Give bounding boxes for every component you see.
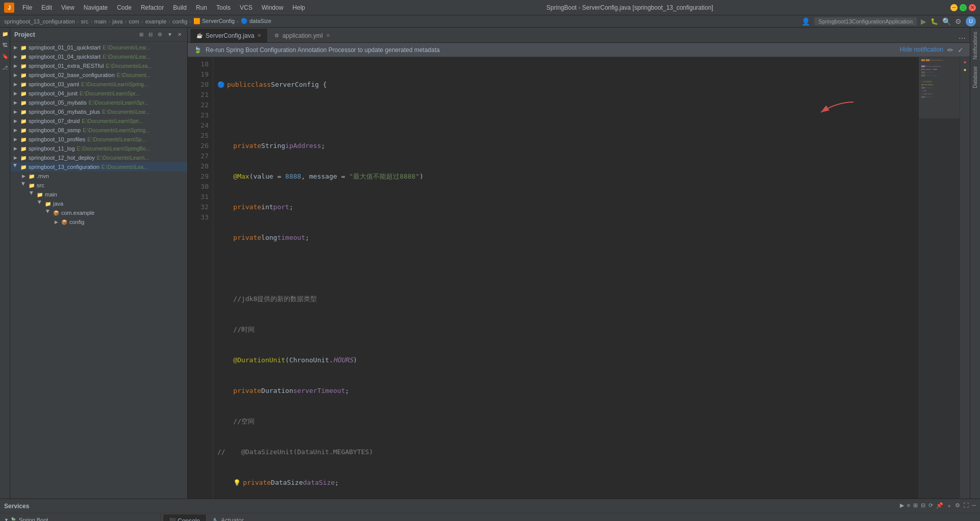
bc-run-config[interactable]: Springboot13ConfigurationApplication <box>814 17 917 26</box>
tree-item[interactable]: ▶ 📁 springboot_06_mybatis_plus E:\Docume… <box>10 107 187 116</box>
bc-src[interactable]: src <box>81 18 89 24</box>
svc-spring-boot-group[interactable]: ▼ 🍃 Spring Boot <box>0 515 160 521</box>
tree-item[interactable]: ▶ 📁 main <box>10 190 187 199</box>
minimap[interactable]: ████ ████ ServerConfig { ████ String ipA… <box>919 57 960 499</box>
services-expand-btn[interactable]: ⛶ <box>963 502 969 510</box>
editor-tabs: ☕ ServerConfig.java ✕ ⚙ application.yml … <box>188 28 970 43</box>
tree-item[interactable]: ▶ 📁 springboot_01_extra_RESTful E:\Docum… <box>10 61 187 70</box>
tree-item[interactable]: ▶ 📁 src <box>10 181 187 190</box>
project-collapse-all[interactable]: ⊟ <box>147 31 154 38</box>
bc-settings-icon[interactable]: ⚙ <box>955 17 962 26</box>
services-add-btn[interactable]: ＋ <box>946 502 952 510</box>
bookmarks-icon[interactable]: 🔖 <box>1 52 9 60</box>
menu-view[interactable]: View <box>57 3 79 12</box>
bc-project[interactable]: springboot_13_configuration <box>4 18 75 24</box>
menu-refactor[interactable]: Refactor <box>137 3 168 12</box>
tree-item[interactable]: ▶ 📁 springboot_07_druid E:\Documents\Lea… <box>10 116 187 126</box>
project-gear[interactable]: ▼ <box>166 31 174 38</box>
menu-window[interactable]: Window <box>258 3 288 12</box>
tree-item[interactable]: ▶ 📁 springboot_01_04_quickstart E:\Docum… <box>10 52 187 61</box>
tree-item[interactable]: ▶ 📁 springboot_05_mybatis E:\Documents\L… <box>10 98 187 107</box>
database-panel-label[interactable]: Database <box>972 64 978 90</box>
app-logo: J <box>4 3 14 13</box>
bc-java[interactable]: java <box>112 18 122 24</box>
right-panel-icons: Notifications Database <box>970 28 980 499</box>
notifications-panel-label[interactable]: Notifications <box>972 30 978 61</box>
menu-navigate[interactable]: Navigate <box>80 3 112 12</box>
tree-item[interactable]: ▶ 📁 springboot_02_base_configuration E:\… <box>10 70 187 80</box>
menu-build[interactable]: Build <box>169 3 191 12</box>
services-collapse-btn[interactable]: ⊟ <box>921 502 925 510</box>
menu-run[interactable]: Run <box>192 3 211 12</box>
bc-datasize[interactable]: 🔵 dataSize <box>241 18 271 24</box>
bc-main[interactable]: main <box>94 18 107 24</box>
bc-search-icon[interactable]: 🔍 <box>942 17 951 26</box>
tree-item[interactable]: ▶ 📁 springboot_03_yaml E:\Documents\Lear… <box>10 80 187 89</box>
actuator-icon: 🔧 <box>213 518 219 522</box>
menu-bar: File Edit View Navigate Code Refactor Bu… <box>18 3 309 12</box>
project-expand-all[interactable]: ⊞ <box>138 31 145 38</box>
services-pin-btn[interactable]: 📌 <box>936 502 943 510</box>
window-controls: ─ □ ✕ <box>950 4 976 11</box>
bc-user-avatar[interactable]: U <box>966 16 976 27</box>
maximize-button[interactable]: □ <box>960 4 967 11</box>
title-bar: J File Edit View Navigate Code Refactor … <box>0 0 980 15</box>
structure-icon[interactable]: 🏗 <box>1 41 9 49</box>
code-content[interactable]: 🔵public class ServerConfig { private Str… <box>213 57 919 499</box>
console-tabs: ⬛ Console 🔧 Actuator <box>161 513 980 521</box>
bc-run-btn[interactable]: ▶ <box>921 17 926 26</box>
services-group-btn[interactable]: ⊞ <box>913 502 918 510</box>
project-settings[interactable]: ⚙ <box>156 31 164 38</box>
tree-item[interactable]: ▶ 📁 springboot_11_log E:\Documents\Learn… <box>10 144 187 153</box>
menu-tools[interactable]: Tools <box>212 3 235 12</box>
tab-close-serverconfig[interactable]: ✕ <box>257 33 261 38</box>
menu-code[interactable]: Code <box>113 3 136 12</box>
services-settings-btn[interactable]: ⚙ <box>955 502 960 510</box>
menu-vcs[interactable]: VCS <box>236 3 257 12</box>
project-icon[interactable]: 📁 <box>1 30 9 38</box>
services-list-btn[interactable]: ≡ <box>907 502 910 510</box>
tab-application-yml[interactable]: ⚙ application.yml ✕ <box>268 28 336 42</box>
services-filter-btn[interactable]: ⟳ <box>928 502 933 510</box>
gutter-warning-indicator[interactable]: ● <box>963 67 966 72</box>
close-button[interactable]: ✕ <box>969 4 976 11</box>
notification-pencil-icon[interactable]: ✏ <box>947 46 953 54</box>
project-controls: ⊞ ⊟ ⚙ ▼ ✕ <box>138 31 183 38</box>
tree-item[interactable]: ▶ 📁 java <box>10 199 187 208</box>
left-sidebar-icons: 📁 🏗 🔖 ⎇ <box>0 28 10 499</box>
bc-config[interactable]: config <box>172 18 187 24</box>
tree-item[interactable]: ▶ 📁 springboot_01_01_quickstart E:\Docum… <box>10 43 187 52</box>
minimize-button[interactable]: ─ <box>950 4 958 11</box>
project-close[interactable]: ✕ <box>176 31 183 38</box>
bc-example[interactable]: example <box>145 18 167 24</box>
tab-actuator[interactable]: 🔧 Actuator <box>207 514 250 521</box>
tab-console[interactable]: ⬛ Console <box>163 514 207 521</box>
tree-item[interactable]: ▶ 📦 config <box>10 217 187 227</box>
menu-edit[interactable]: Edit <box>37 3 56 12</box>
tree-item[interactable]: ▶ 📁 springboot_04_junit E:\Documents\Lea… <box>10 89 187 98</box>
services-minimize-btn[interactable]: ─ <box>972 502 976 510</box>
git-icon[interactable]: ⎇ <box>1 63 9 71</box>
tree-item[interactable]: ▶ 📁 springboot_12_hot_deploy E:\Document… <box>10 153 187 162</box>
tree-item[interactable]: ▶ 📁 .mvn <box>10 171 187 181</box>
notification-check-icon[interactable]: ✓ <box>958 46 964 54</box>
services-run-btn[interactable]: ▶ <box>900 502 904 510</box>
gutter-error-indicator[interactable]: ● <box>963 59 966 65</box>
tab-close-yml[interactable]: ✕ <box>326 33 330 38</box>
bc-com[interactable]: com <box>129 18 139 24</box>
bc-serverconfig[interactable]: 🟧 ServerConfig <box>193 18 235 24</box>
services-panel: Services ▶ ≡ ⊞ ⊟ ⟳ 📌 ＋ ⚙ ⛶ ─ ▼ 🍃 Spring … <box>0 499 980 521</box>
tree-item[interactable]: ▶ 📁 springboot_13_configuration E:\Docum… <box>10 162 187 171</box>
bc-debug-btn[interactable]: 🐛 <box>931 18 938 25</box>
tree-item[interactable]: ▶ 📦 com.example <box>10 208 187 217</box>
tree-item[interactable]: ▶ 📁 springboot_10_profiles E:\Documents\… <box>10 135 187 144</box>
tab-overflow-button[interactable]: ⋯ <box>954 34 970 42</box>
bc-user-icon[interactable]: 👤 <box>801 17 810 26</box>
menu-help[interactable]: Help <box>288 3 309 12</box>
menu-file[interactable]: File <box>18 3 36 12</box>
hide-notification-button[interactable]: Hide notification <box>900 46 943 54</box>
code-editor: 18 19 20 21 22 23 24 25 26 27 28 29 30 3… <box>188 57 970 499</box>
tab-serverconfig[interactable]: ☕ ServerConfig.java ✕ <box>190 28 268 42</box>
services-header: Services ▶ ≡ ⊞ ⊟ ⟳ 📌 ＋ ⚙ ⛶ ─ <box>0 499 980 513</box>
tree-item[interactable]: ▶ 📁 springboot_08_ssmp E:\Documents\Lear… <box>10 126 187 135</box>
